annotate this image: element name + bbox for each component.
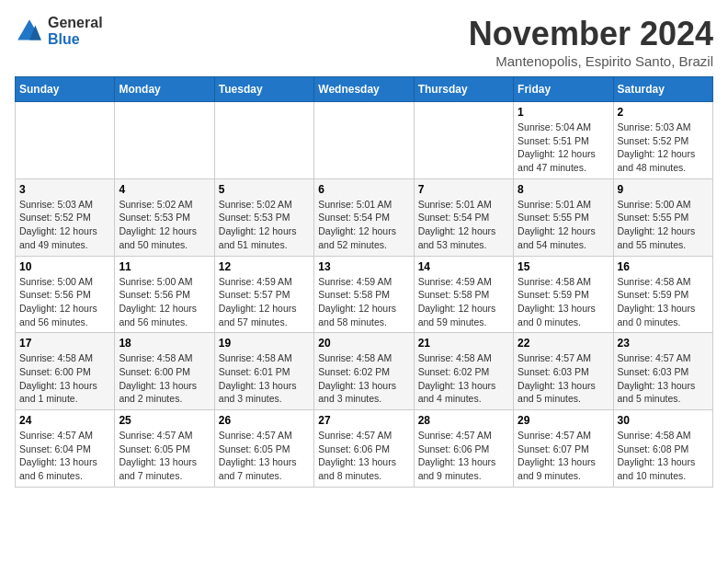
day-info: Sunrise: 4:59 AMSunset: 5:58 PMDaylight:… (418, 275, 509, 329)
calendar-cell: 13Sunrise: 4:59 AMSunset: 5:58 PMDayligh… (314, 256, 414, 333)
day-number: 7 (418, 183, 509, 196)
day-info: Sunrise: 4:58 AMSunset: 5:59 PMDaylight:… (518, 275, 609, 329)
header-row: SundayMondayTuesdayWednesdayThursdayFrid… (16, 77, 713, 102)
day-info: Sunrise: 4:58 AMSunset: 6:02 PMDaylight:… (418, 351, 509, 406)
calendar-week-row: 1Sunrise: 5:04 AMSunset: 5:51 PMDaylight… (16, 102, 713, 179)
day-info: Sunrise: 4:59 AMSunset: 5:57 PMDaylight:… (219, 275, 310, 329)
calendar-cell: 9Sunrise: 5:00 AMSunset: 5:55 PMDaylight… (613, 178, 712, 256)
day-info: Sunrise: 4:58 AMSunset: 5:59 PMDaylight:… (618, 275, 709, 329)
day-number: 21 (418, 337, 509, 350)
calendar-cell: 19Sunrise: 4:58 AMSunset: 6:01 PMDayligh… (214, 333, 313, 410)
calendar-cell: 1Sunrise: 5:04 AMSunset: 5:51 PMDaylight… (514, 102, 613, 179)
day-number: 8 (518, 183, 609, 196)
calendar-cell (414, 102, 513, 179)
calendar-cell: 21Sunrise: 4:58 AMSunset: 6:02 PMDayligh… (414, 333, 513, 410)
calendar-cell: 2Sunrise: 5:03 AMSunset: 5:52 PMDaylight… (613, 102, 712, 179)
calendar-cell: 25Sunrise: 4:57 AMSunset: 6:05 PMDayligh… (115, 410, 214, 488)
calendar-cell: 23Sunrise: 4:57 AMSunset: 6:03 PMDayligh… (613, 333, 712, 410)
day-number: 18 (119, 337, 210, 350)
calendar-cell: 10Sunrise: 5:00 AMSunset: 5:56 PMDayligh… (16, 256, 115, 333)
day-number: 14 (418, 260, 509, 273)
day-number: 24 (19, 414, 110, 427)
day-info: Sunrise: 5:01 AMSunset: 5:54 PMDaylight:… (418, 198, 509, 252)
day-number: 19 (219, 337, 310, 350)
calendar-cell: 15Sunrise: 4:58 AMSunset: 5:59 PMDayligh… (514, 256, 613, 333)
calendar-cell: 29Sunrise: 4:57 AMSunset: 6:07 PMDayligh… (514, 410, 613, 488)
weekday-header: Friday (514, 77, 613, 102)
calendar-cell: 28Sunrise: 4:57 AMSunset: 6:06 PMDayligh… (414, 410, 513, 488)
calendar-cell: 22Sunrise: 4:57 AMSunset: 6:03 PMDayligh… (514, 333, 613, 410)
day-number: 11 (119, 260, 210, 273)
calendar-cell: 4Sunrise: 5:02 AMSunset: 5:53 PMDaylight… (115, 178, 214, 256)
weekday-header: Saturday (613, 77, 712, 102)
calendar-week-row: 10Sunrise: 5:00 AMSunset: 5:56 PMDayligh… (16, 256, 713, 333)
day-number: 16 (618, 260, 709, 273)
calendar-header: SundayMondayTuesdayWednesdayThursdayFrid… (16, 77, 713, 102)
logo-text: General Blue (48, 15, 103, 47)
day-info: Sunrise: 5:02 AMSunset: 5:53 PMDaylight:… (219, 198, 310, 252)
day-info: Sunrise: 5:01 AMSunset: 5:55 PMDaylight:… (518, 198, 609, 252)
calendar-table: SundayMondayTuesdayWednesdayThursdayFrid… (15, 76, 713, 488)
day-info: Sunrise: 4:59 AMSunset: 5:58 PMDaylight:… (318, 275, 409, 329)
calendar-cell: 18Sunrise: 4:58 AMSunset: 6:00 PMDayligh… (115, 333, 214, 410)
day-info: Sunrise: 4:58 AMSunset: 6:00 PMDaylight:… (19, 351, 110, 406)
logo: General Blue (15, 15, 103, 47)
day-info: Sunrise: 4:58 AMSunset: 6:00 PMDaylight:… (119, 351, 210, 406)
calendar-body: 1Sunrise: 5:04 AMSunset: 5:51 PMDaylight… (16, 102, 713, 488)
calendar-cell: 26Sunrise: 4:57 AMSunset: 6:05 PMDayligh… (214, 410, 313, 488)
logo-general: General (48, 15, 103, 31)
day-info: Sunrise: 4:57 AMSunset: 6:04 PMDaylight:… (19, 429, 110, 483)
day-number: 12 (219, 260, 310, 273)
calendar-cell: 12Sunrise: 4:59 AMSunset: 5:57 PMDayligh… (214, 256, 313, 333)
calendar-cell: 17Sunrise: 4:58 AMSunset: 6:00 PMDayligh… (16, 333, 115, 410)
calendar-cell: 6Sunrise: 5:01 AMSunset: 5:54 PMDaylight… (314, 178, 414, 256)
calendar-cell: 11Sunrise: 5:00 AMSunset: 5:56 PMDayligh… (115, 256, 214, 333)
day-number: 22 (518, 337, 609, 350)
day-number: 6 (318, 183, 409, 196)
day-number: 15 (518, 260, 609, 273)
day-info: Sunrise: 4:58 AMSunset: 6:08 PMDaylight:… (618, 429, 709, 483)
day-number: 28 (418, 414, 509, 427)
calendar-cell: 20Sunrise: 4:58 AMSunset: 6:02 PMDayligh… (314, 333, 414, 410)
day-info: Sunrise: 4:57 AMSunset: 6:03 PMDaylight:… (518, 351, 609, 406)
calendar-cell: 3Sunrise: 5:03 AMSunset: 5:52 PMDaylight… (16, 178, 115, 256)
day-info: Sunrise: 5:00 AMSunset: 5:56 PMDaylight:… (19, 275, 110, 329)
calendar-cell: 5Sunrise: 5:02 AMSunset: 5:53 PMDaylight… (214, 178, 313, 256)
calendar-cell: 7Sunrise: 5:01 AMSunset: 5:54 PMDaylight… (414, 178, 513, 256)
day-info: Sunrise: 4:58 AMSunset: 6:02 PMDaylight:… (318, 351, 409, 406)
calendar-week-row: 24Sunrise: 4:57 AMSunset: 6:04 PMDayligh… (16, 410, 713, 488)
day-info: Sunrise: 4:57 AMSunset: 6:03 PMDaylight:… (618, 351, 709, 406)
calendar-cell (214, 102, 313, 179)
day-info: Sunrise: 4:57 AMSunset: 6:05 PMDaylight:… (119, 429, 210, 483)
weekday-header: Sunday (16, 77, 115, 102)
calendar-cell: 14Sunrise: 4:59 AMSunset: 5:58 PMDayligh… (414, 256, 513, 333)
calendar-cell (314, 102, 414, 179)
day-info: Sunrise: 5:00 AMSunset: 5:56 PMDaylight:… (119, 275, 210, 329)
day-number: 26 (219, 414, 310, 427)
weekday-header: Thursday (414, 77, 513, 102)
title-block: November 2024 Mantenopolis, Espirito San… (469, 15, 713, 69)
day-number: 29 (518, 414, 609, 427)
day-number: 10 (19, 260, 110, 273)
day-info: Sunrise: 5:03 AMSunset: 5:52 PMDaylight:… (19, 198, 110, 252)
day-info: Sunrise: 4:57 AMSunset: 6:06 PMDaylight:… (418, 429, 509, 483)
calendar-cell: 27Sunrise: 4:57 AMSunset: 6:06 PMDayligh… (314, 410, 414, 488)
calendar-week-row: 3Sunrise: 5:03 AMSunset: 5:52 PMDaylight… (16, 178, 713, 256)
day-number: 25 (119, 414, 210, 427)
day-number: 27 (318, 414, 409, 427)
logo-icon (15, 17, 44, 46)
day-info: Sunrise: 4:58 AMSunset: 6:01 PMDaylight:… (219, 351, 310, 406)
calendar-cell: 30Sunrise: 4:58 AMSunset: 6:08 PMDayligh… (613, 410, 712, 488)
day-info: Sunrise: 5:01 AMSunset: 5:54 PMDaylight:… (318, 198, 409, 252)
month-title: November 2024 (469, 15, 713, 53)
day-info: Sunrise: 5:00 AMSunset: 5:55 PMDaylight:… (618, 198, 709, 252)
day-number: 13 (318, 260, 409, 273)
day-info: Sunrise: 5:02 AMSunset: 5:53 PMDaylight:… (119, 198, 210, 252)
day-number: 1 (518, 106, 609, 119)
day-info: Sunrise: 5:03 AMSunset: 5:52 PMDaylight:… (618, 121, 709, 175)
day-number: 3 (19, 183, 110, 196)
calendar-cell (115, 102, 214, 179)
weekday-header: Wednesday (314, 77, 414, 102)
calendar-cell (16, 102, 115, 179)
day-number: 9 (618, 183, 709, 196)
